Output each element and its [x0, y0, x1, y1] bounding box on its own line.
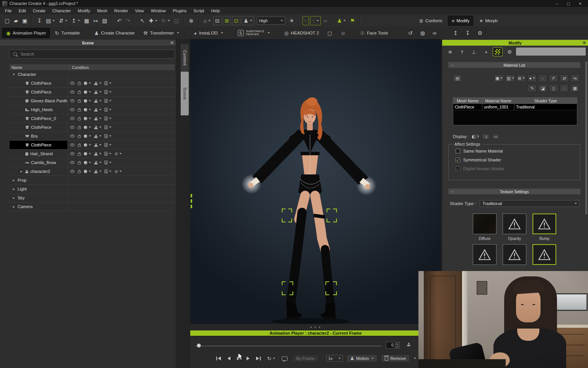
maximize-button[interactable]: ▢ — [567, 2, 570, 6]
script-dropdown[interactable] — [105, 134, 111, 138]
menu-view[interactable]: View — [131, 8, 147, 13]
col-material-name[interactable]: Material Name — [482, 98, 514, 104]
material-icon[interactable] — [84, 117, 87, 120]
content-lib-button[interactable]: ◍ — [419, 29, 426, 37]
script-icon[interactable] — [105, 161, 108, 164]
menu-character[interactable]: Character — [49, 8, 74, 13]
column-header-name[interactable]: Name — [10, 64, 70, 70]
next-frame-button[interactable] — [245, 355, 251, 362]
mesh-icon[interactable] — [94, 126, 98, 129]
tab-material-button[interactable] — [493, 47, 503, 56]
display-mode-3-button[interactable]: ▭ — [492, 133, 500, 140]
material-dropdown[interactable] — [84, 152, 91, 156]
viewport-edge-handle[interactable] — [191, 194, 192, 197]
open-project-button[interactable]: ▰ — [12, 16, 20, 25]
image-button[interactable]: ▦ — [570, 84, 580, 92]
timeline-knob[interactable] — [197, 343, 201, 348]
material-icon[interactable] — [84, 126, 87, 129]
script-icon[interactable] — [105, 117, 108, 120]
mesh-icon[interactable] — [94, 143, 98, 147]
mesh-dropdown[interactable] — [94, 126, 101, 129]
tree-row-7-bra[interactable]: Bra — [10, 132, 175, 141]
exposure-button[interactable]: ☀ — [288, 16, 296, 25]
remove-button[interactable]: Remove — [381, 355, 410, 362]
timeline-track[interactable] — [195, 345, 381, 347]
mesh-dropdown[interactable] — [94, 170, 101, 173]
mat-dup-button[interactable]: ⊞ — [517, 74, 526, 82]
lock-icon[interactable] — [78, 100, 81, 103]
mesh-icon[interactable] — [94, 90, 98, 94]
pack-project-button[interactable]: ▧ — [101, 16, 109, 25]
material-icon[interactable] — [84, 99, 87, 103]
pose-character-button[interactable]: ♟ — [336, 16, 348, 25]
mesh-dropdown[interactable] — [94, 152, 101, 156]
tab-paint-button[interactable]: ◑ — [481, 47, 491, 56]
menu-script[interactable]: Script — [190, 8, 207, 13]
script-dropdown[interactable] — [105, 152, 111, 156]
collapse-icon[interactable]: − — [451, 63, 454, 67]
menu-mesh[interactable]: Mesh — [93, 8, 111, 13]
material-icon[interactable] — [84, 135, 87, 138]
lasso-a-button[interactable]: ◌ — [302, 16, 309, 25]
tree-row-13-light[interactable]: ▸Light — [10, 185, 175, 194]
undo-button[interactable]: ↶ — [116, 16, 123, 25]
fbx-export-button[interactable]: ↥ — [70, 16, 82, 25]
material-dropdown[interactable] — [84, 117, 91, 120]
mesh-icon[interactable] — [94, 82, 98, 85]
visibility-icon[interactable] — [70, 143, 75, 146]
lasso-b-button[interactable]: ◌ — [310, 16, 320, 25]
column-header-condition[interactable]: Condition — [70, 64, 89, 70]
material-dropdown[interactable] — [84, 108, 91, 112]
download-button[interactable]: ↧ — [464, 29, 472, 37]
mesh-icon[interactable] — [94, 99, 98, 103]
material-row[interactable]: ClothPiece uniform_1001 Traditional — [453, 104, 577, 110]
page-button[interactable]: ▯ — [549, 84, 558, 92]
material-icon[interactable] — [84, 82, 87, 85]
mesh-dropdown[interactable] — [94, 82, 101, 85]
tree-expanded-arrow-icon[interactable]: ▾ — [12, 72, 16, 76]
menu-file[interactable]: File — [2, 8, 15, 13]
texture-tile-4[interactable] — [503, 244, 526, 265]
skip-end-button[interactable] — [255, 355, 262, 362]
page2-button[interactable]: ▯ — [560, 84, 569, 92]
grid-view-button[interactable]: ⊞ — [223, 16, 231, 25]
scene-close-icon[interactable]: ⊗ — [170, 40, 174, 45]
menu-render[interactable]: Render — [111, 8, 131, 13]
new-project-button[interactable]: ▢ — [3, 16, 11, 25]
mat-sphere-button[interactable]: ● — [528, 74, 537, 82]
upload-button[interactable]: ↥ — [452, 29, 459, 37]
constraint-dropdown[interactable]: ⊘ — [114, 169, 122, 174]
script-icon[interactable] — [105, 169, 108, 173]
lock-icon[interactable] — [78, 145, 81, 147]
script-dropdown[interactable] — [105, 117, 111, 120]
tab-pin-button[interactable]: † — [457, 47, 467, 56]
mesh-icon[interactable] — [94, 152, 98, 156]
tree-collapsed-arrow-icon[interactable]: ▸ — [12, 178, 16, 182]
material-dropdown[interactable] — [84, 135, 91, 138]
usd-export-button[interactable]: ▦ — [83, 16, 91, 25]
lock-icon[interactable] — [78, 92, 81, 94]
tree-row-9-hair-strand[interactable]: Hair_Strand⊘ — [10, 150, 175, 158]
pose-flag-button[interactable]: ⚑ — [348, 16, 356, 25]
visibility-icon[interactable] — [70, 126, 75, 129]
animation-player-button[interactable]: ◉Animation Player — [2, 28, 50, 38]
menu-window[interactable]: Window — [147, 8, 169, 13]
material-dropdown[interactable] — [84, 90, 91, 94]
menu-modify[interactable]: Modify — [74, 8, 93, 13]
pivot-tool-button[interactable]: ⊕ — [188, 16, 195, 25]
tree-row-5-clothpiece-0[interactable]: ClothPiece_0 — [10, 114, 175, 123]
mesh-icon[interactable] — [94, 161, 98, 164]
by-frame-button[interactable]: By Frame — [292, 355, 318, 362]
script-icon[interactable] — [105, 143, 108, 147]
menu-edit[interactable]: Edit — [15, 8, 29, 13]
tree-row-12-prop[interactable]: ▸Prop — [10, 176, 175, 185]
scale-tool-button[interactable]: ◱ — [173, 16, 181, 25]
mat-sphere2-button[interactable]: ◐ — [538, 74, 547, 82]
script-dropdown[interactable] — [105, 81, 111, 85]
script-icon[interactable] — [105, 99, 108, 103]
script-icon[interactable] — [105, 108, 108, 112]
material-list-view-button[interactable]: ▤ — [453, 74, 462, 82]
material-dropdown[interactable] — [84, 170, 91, 173]
mesh-dropdown[interactable] — [94, 135, 101, 138]
mesh-dropdown[interactable] — [94, 143, 101, 147]
